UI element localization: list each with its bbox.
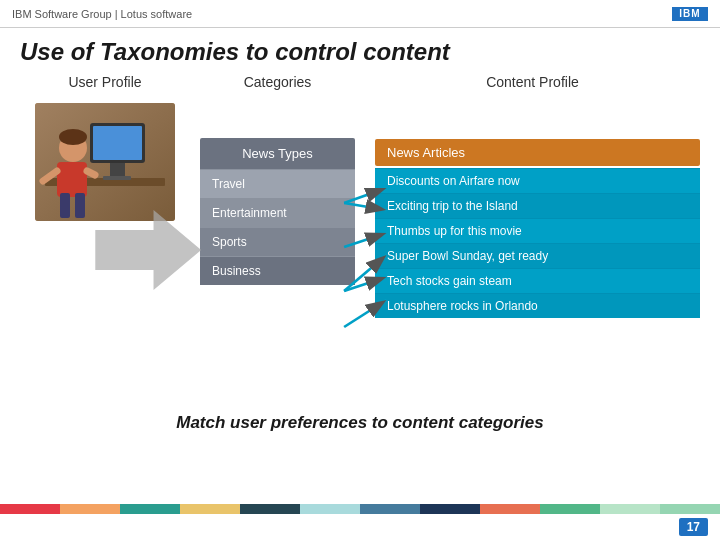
color-strip-segment — [480, 504, 540, 514]
page-title: Use of Taxonomies to control content — [0, 28, 720, 74]
svg-point-7 — [59, 129, 87, 145]
top-bar-text: IBM Software Group | Lotus software — [12, 8, 192, 20]
article-item-6: Lotusphere rocks in Orlando — [375, 293, 700, 318]
bottom-text: Match user preferences to content catego… — [0, 405, 720, 437]
taxonomy-header: News Types — [200, 138, 355, 169]
user-profile-image — [35, 103, 175, 221]
content-profile-col: News Articles Discounts on Airfare now E… — [365, 95, 700, 318]
taxonomy-item-sports: Sports — [200, 227, 355, 256]
article-item-5: Tech stocks gain steam — [375, 268, 700, 293]
article-item-2: Exciting trip to the Island — [375, 193, 700, 218]
taxonomy-item-business: Business — [200, 256, 355, 285]
diagram-area: News Types Travel Entertainment Sports B… — [0, 95, 720, 405]
ibm-logo-text: IBM — [679, 8, 700, 19]
user-profile-col — [20, 95, 190, 221]
color-strip-segment — [60, 504, 120, 514]
content-articles-box: News Articles Discounts on Airfare now E… — [375, 139, 700, 318]
color-strip-segment — [240, 504, 300, 514]
color-strip-segment — [180, 504, 240, 514]
svg-rect-12 — [75, 193, 85, 218]
article-item-1: Discounts on Airfare now — [375, 168, 700, 193]
taxonomy-item-entertainment: Entertainment — [200, 198, 355, 227]
svg-line-10 — [87, 171, 95, 175]
svg-rect-11 — [60, 193, 70, 218]
color-strip — [0, 504, 720, 514]
news-articles-header: News Articles — [375, 139, 700, 166]
article-item-3: Thumbs up for this movie — [375, 218, 700, 243]
footer: 17 — [0, 514, 720, 540]
article-item-4: Super Bowl Sunday, get ready — [375, 243, 700, 268]
taxonomy-container: News Types Travel Entertainment Sports B… — [200, 138, 355, 285]
header-categories: Categories — [190, 74, 365, 90]
color-strip-segment — [540, 504, 600, 514]
svg-rect-5 — [103, 176, 131, 180]
categories-col: News Types Travel Entertainment Sports B… — [190, 95, 365, 285]
svg-rect-3 — [93, 126, 142, 160]
page-number: 17 — [679, 518, 708, 536]
header-content-profile: Content Profile — [365, 74, 700, 90]
header-user-profile: User Profile — [20, 74, 190, 90]
ibm-logo: IBM — [672, 7, 708, 21]
column-headers: User Profile Categories Content Profile — [0, 74, 720, 90]
color-strip-segment — [660, 504, 720, 514]
top-bar: IBM Software Group | Lotus software IBM — [0, 0, 720, 28]
svg-marker-14 — [95, 210, 201, 290]
user-illustration — [35, 103, 175, 221]
color-strip-segment — [300, 504, 360, 514]
svg-rect-4 — [110, 163, 125, 178]
color-strip-segment — [600, 504, 660, 514]
color-strip-segment — [420, 504, 480, 514]
svg-rect-8 — [57, 162, 87, 197]
color-strip-segment — [0, 504, 60, 514]
color-strip-segment — [360, 504, 420, 514]
taxonomy-item-travel: Travel — [200, 169, 355, 198]
color-strip-segment — [120, 504, 180, 514]
